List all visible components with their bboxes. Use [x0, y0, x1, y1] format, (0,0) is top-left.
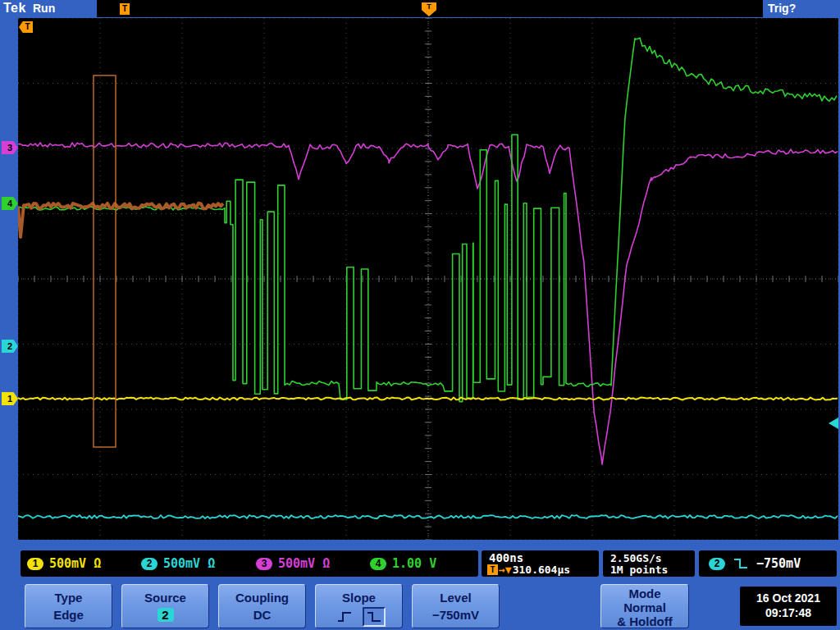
- channel-readouts: 1 500mV Ω 2 500mV Ω 3 500mV Ω 4 1.00 V: [21, 550, 478, 577]
- ch3-badge[interactable]: 3: [256, 558, 272, 570]
- ch1-badge[interactable]: 1: [27, 558, 43, 570]
- coupling-button[interactable]: Coupling DC: [218, 584, 306, 628]
- trigger-level-value: −750mV: [756, 556, 801, 571]
- sample-rate: 2.50GS/s: [610, 552, 662, 564]
- mode-label: Mode: [601, 587, 688, 600]
- ch4-trace: [18, 38, 837, 401]
- type-value: Edge: [25, 608, 112, 622]
- ch1-scale: 500mV Ω: [49, 556, 101, 571]
- waveform-display: [18, 18, 838, 540]
- date: 16 Oct 2021: [740, 591, 837, 605]
- trigger-position-marker-icon[interactable]: T: [422, 2, 436, 16]
- ch2-position-marker[interactable]: 2: [2, 340, 18, 353]
- ch3-readout: 3 500mV Ω: [256, 550, 330, 577]
- coupling-value: DC: [219, 608, 305, 622]
- ch3-scale: 500mV Ω: [278, 556, 330, 571]
- mode-value-2: & Holdoff: [601, 614, 688, 628]
- source-label: Source: [122, 591, 208, 605]
- slope-label: Slope: [316, 591, 402, 605]
- ch2-readout: 2 500mV Ω: [141, 550, 215, 577]
- delay-t-icon: T: [487, 564, 498, 575]
- coupling-label: Coupling: [219, 591, 305, 605]
- source-button[interactable]: Source 2: [121, 584, 209, 628]
- trigger-readout: 2 −750mV: [699, 550, 837, 577]
- datetime-display: 16 Oct 2021 09:17:48: [740, 587, 837, 626]
- grid: [18, 18, 838, 540]
- level-label: Level: [413, 591, 499, 605]
- acquisition-status: Run: [33, 2, 55, 15]
- type-label: Type: [25, 591, 112, 605]
- ch4-scale: 1.00 V: [392, 556, 436, 571]
- record-length: 1M points: [610, 564, 668, 576]
- slope-options: [316, 607, 402, 627]
- top-status-bar: Tek Run T T Trig?: [0, 0, 840, 17]
- ch2-badge[interactable]: 2: [141, 558, 158, 570]
- trigger-t-flag-icon[interactable]: T: [120, 3, 130, 15]
- ch1-readout: 1 500mV Ω: [27, 550, 101, 577]
- mode-value-1: Normal: [601, 600, 688, 614]
- ch3-position-marker[interactable]: 3: [2, 141, 18, 154]
- ch4-readout: 4 1.00 V: [370, 550, 436, 577]
- timebase-readout: 400ns T →▼ 310.604µs: [482, 550, 599, 577]
- source-channel-badge: 2: [158, 608, 174, 622]
- type-button[interactable]: Type Edge: [25, 584, 112, 628]
- top-marker-strip: T T: [97, 0, 763, 17]
- level-value: −750mV: [413, 608, 499, 622]
- trigger-status: Trig?: [768, 2, 796, 15]
- ch1-position-marker[interactable]: 1: [2, 392, 18, 405]
- timebase-value: 400ns: [489, 551, 523, 564]
- mode-button[interactable]: Mode Normal & Holdoff: [600, 584, 689, 628]
- acquisition-readout: 2.50GS/s 1M points: [603, 550, 695, 577]
- time: 09:17:48: [740, 606, 837, 619]
- tek-logo: Tek: [3, 1, 26, 16]
- ch4-badge[interactable]: 4: [370, 558, 386, 570]
- oscilloscope-screen: Tek Run T T Trig? T 3 4 2 1 1 500mV Ω 2 …: [0, 0, 840, 630]
- slope-button[interactable]: Slope: [315, 584, 403, 628]
- delay-marker-icon: →▼: [499, 564, 512, 576]
- trigger-delay-readout: T →▼ 310.604µs: [487, 564, 570, 576]
- graticule: T: [18, 18, 838, 540]
- delay-value: 310.604µs: [513, 564, 570, 576]
- ch2-scale: 500mV Ω: [163, 556, 215, 571]
- rising-edge-icon[interactable]: [333, 607, 356, 627]
- trigger-source-badge: 2: [709, 558, 725, 570]
- zoom-region-box[interactable]: [94, 75, 116, 447]
- ch4-position-marker[interactable]: 4: [2, 197, 18, 210]
- falling-edge-icon: [733, 557, 749, 570]
- level-button[interactable]: Level −750mV: [412, 584, 500, 628]
- falling-edge-option-icon[interactable]: [363, 607, 386, 627]
